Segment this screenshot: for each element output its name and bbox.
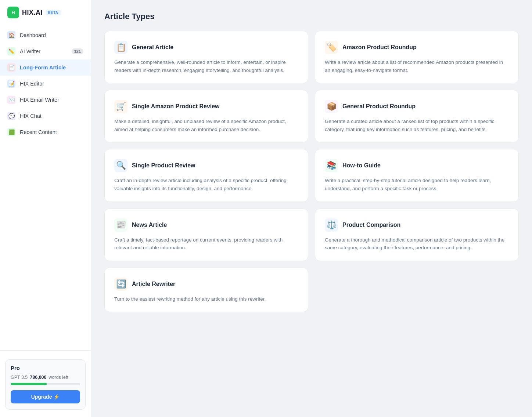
card-title: Single Product Review xyxy=(132,162,195,169)
sidebar: H HIX.AI BETA 🏠 Dashboard ✏️ AI Writer 1… xyxy=(0,0,91,417)
sidebar-item-label: Long-Form Article xyxy=(20,65,66,70)
card-desc: Craft an in-depth review article includi… xyxy=(114,177,298,192)
sidebar-item-hix-chat[interactable]: 💬 HIX Chat xyxy=(0,108,91,124)
card-amazon-product-roundup[interactable]: 🏷️ Amazon Product Roundup Write a review… xyxy=(315,31,519,83)
card-header: 📦 General Product Roundup xyxy=(325,100,509,113)
card-title: General Article xyxy=(132,44,173,51)
card-desc: Generate a curated article about a ranke… xyxy=(325,117,509,133)
pro-title: Pro xyxy=(11,365,80,371)
card-title: Product Comparison xyxy=(342,222,400,228)
cards-grid-row4: 📰 News Article Craft a timely, fact-base… xyxy=(104,208,519,261)
card-desc: Generate a thorough and methodical compa… xyxy=(325,236,509,252)
progress-bar-fill xyxy=(11,383,47,385)
general-article-icon: 📋 xyxy=(114,41,127,54)
card-general-product-roundup[interactable]: 📦 General Product Roundup Generate a cur… xyxy=(315,90,519,142)
cards-grid-row2: 🛒 Single Amazon Product Review Make a de… xyxy=(104,90,519,142)
card-header: 🔄 Article Rewriter xyxy=(114,278,298,291)
card-header: 📰 News Article xyxy=(114,218,298,232)
sidebar-divider xyxy=(0,350,91,351)
sidebar-item-label: Recent Content xyxy=(20,129,57,135)
article-rewriter-icon: 🔄 xyxy=(114,278,127,291)
pro-box: Pro GPT 3.5 786,000 words left Upgrade ⚡ xyxy=(5,359,86,410)
single-product-review-icon: 🔍 xyxy=(114,159,127,172)
sidebar-item-label: HIX Chat xyxy=(20,113,42,119)
product-comparison-icon: ⚖️ xyxy=(325,218,338,232)
card-desc: Generate a comprehensive, well-rounded a… xyxy=(114,58,298,74)
card-single-amazon-review[interactable]: 🛒 Single Amazon Product Review Make a de… xyxy=(104,90,308,142)
amazon-roundup-icon: 🏷️ xyxy=(325,41,338,54)
card-title: Single Amazon Product Review xyxy=(132,103,220,110)
cards-grid-row1: 📋 General Article Generate a comprehensi… xyxy=(104,31,519,83)
sidebar-item-long-form-article[interactable]: 📄 Long-Form Article xyxy=(0,59,91,76)
dashboard-icon: 🏠 xyxy=(7,31,15,39)
svg-text:H: H xyxy=(12,10,15,15)
card-header: 🔍 Single Product Review xyxy=(114,159,298,172)
card-title: Article Rewriter xyxy=(132,281,175,287)
card-header: 📚 How-to Guide xyxy=(325,159,509,172)
beta-badge: BETA xyxy=(46,10,60,15)
sidebar-item-ai-writer[interactable]: ✏️ AI Writer 121 xyxy=(0,43,91,59)
card-title: How-to Guide xyxy=(342,162,381,169)
card-title: News Article xyxy=(132,222,167,228)
news-article-icon: 📰 xyxy=(114,218,127,232)
card-desc: Write a practical, step-by-step tutorial… xyxy=(325,177,509,192)
cards-grid-row3: 🔍 Single Product Review Craft an in-dept… xyxy=(104,149,519,202)
card-article-rewriter[interactable]: 🔄 Article Rewriter Turn to the easiest r… xyxy=(104,268,308,312)
card-title: General Product Roundup xyxy=(342,103,416,110)
ai-writer-icon: ✏️ xyxy=(7,47,15,55)
card-single-product-review[interactable]: 🔍 Single Product Review Craft an in-dept… xyxy=(104,149,308,202)
hix-email-icon: ✉️ xyxy=(7,96,15,104)
card-general-article[interactable]: 📋 General Article Generate a comprehensi… xyxy=(104,31,308,83)
words-count: 786,000 xyxy=(30,375,46,380)
card-how-to-guide[interactable]: 📚 How-to Guide Write a practical, step-b… xyxy=(315,149,519,202)
card-desc: Make a detailed, insightful, and unbiase… xyxy=(114,117,298,133)
upgrade-button[interactable]: Upgrade ⚡ xyxy=(11,390,80,403)
sidebar-item-hix-email-writer[interactable]: ✉️ HIX Email Writer xyxy=(0,92,91,108)
hix-chat-icon: 💬 xyxy=(7,112,15,120)
logo-text: HIX.AI xyxy=(22,9,43,17)
words-suffix: words left xyxy=(49,375,69,380)
gpt-label: GPT 3.5 xyxy=(11,375,28,380)
logo-area: H HIX.AI BETA xyxy=(0,0,91,24)
card-product-comparison[interactable]: ⚖️ Product Comparison Generate a thoroug… xyxy=(315,208,519,261)
sidebar-item-dashboard[interactable]: 🏠 Dashboard xyxy=(0,27,91,43)
hix-logo-icon: H xyxy=(7,7,19,18)
card-header: 📋 General Article xyxy=(114,41,298,54)
card-news-article[interactable]: 📰 News Article Craft a timely, fact-base… xyxy=(104,208,308,261)
card-desc: Turn to the easiest rewriting method for… xyxy=(114,295,298,303)
ai-writer-badge: 121 xyxy=(72,48,83,54)
how-to-guide-icon: 📚 xyxy=(325,159,338,172)
progress-bar xyxy=(11,383,80,385)
hix-editor-icon: 📝 xyxy=(7,80,15,88)
card-header: 🏷️ Amazon Product Roundup xyxy=(325,41,509,54)
sidebar-item-hix-editor[interactable]: 📝 HIX Editor xyxy=(0,76,91,92)
general-product-roundup-icon: 📦 xyxy=(325,100,338,113)
card-title: Amazon Product Roundup xyxy=(342,44,417,51)
sidebar-item-label: Dashboard xyxy=(20,32,46,38)
card-header: ⚖️ Product Comparison xyxy=(325,218,509,232)
card-desc: Craft a timely, fact-based reportage on … xyxy=(114,236,298,252)
cards-grid-row5: 🔄 Article Rewriter Turn to the easiest r… xyxy=(104,268,519,312)
card-desc: Write a review article about a list of r… xyxy=(325,58,509,74)
sidebar-item-label: AI Writer xyxy=(20,48,40,54)
recent-content-icon: 🟩 xyxy=(7,128,15,136)
empty-grid-cell xyxy=(315,268,519,312)
long-form-icon: 📄 xyxy=(7,64,15,72)
main-content: Article Types 📋 General Article Generate… xyxy=(91,0,532,417)
single-amazon-icon: 🛒 xyxy=(114,100,127,113)
page-title: Article Types xyxy=(104,12,519,21)
pro-gpt-row: GPT 3.5 786,000 words left xyxy=(11,375,80,380)
sidebar-item-recent-content[interactable]: 🟩 Recent Content xyxy=(0,124,91,140)
sidebar-item-label: HIX Email Writer xyxy=(20,97,59,103)
card-header: 🛒 Single Amazon Product Review xyxy=(114,100,298,113)
sidebar-item-label: HIX Editor xyxy=(20,81,44,87)
sidebar-nav: 🏠 Dashboard ✏️ AI Writer 121 📄 Long-Form… xyxy=(0,24,91,346)
